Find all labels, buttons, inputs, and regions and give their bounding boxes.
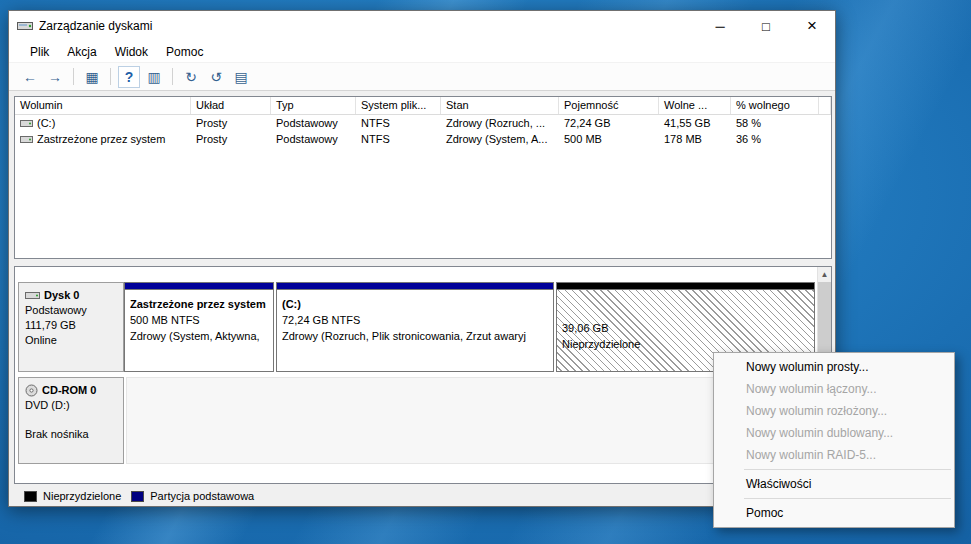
legend: Nieprzydzielone Partycja podstawowa	[14, 487, 832, 505]
desktop: Zarządzanie dyskami ─ □ × Plik Akcja Wid…	[0, 0, 971, 544]
partition-size: 500 MB NTFS	[130, 312, 268, 328]
partition-system-reserved[interactable]: Zastrzeżone przez system 500 MB NTFS Zdr…	[124, 282, 274, 372]
column-header-procent-wolnego[interactable]: % wolnego	[731, 97, 819, 114]
device-properties-icon[interactable]: ▤	[230, 66, 252, 88]
toolbar-separator	[73, 68, 74, 85]
column-header-wolne[interactable]: Wolne ...	[659, 97, 731, 114]
volume-free-pct: 36 %	[731, 133, 819, 145]
cdrom-label[interactable]: CD-ROM 0 DVD (D:) Brak nośnika	[18, 377, 124, 464]
toolbar: ← → ▦ ? ▥ ↻ ↺ ▤	[9, 63, 835, 91]
volume-list: Wolumin Układ Typ System plik... Stan Po…	[14, 96, 832, 259]
unallocated-size: 39,06 GB	[562, 320, 809, 336]
menu-widok[interactable]: Widok	[106, 43, 157, 61]
menu-plik[interactable]: Plik	[21, 43, 58, 61]
partition-status: Zdrowy (Rozruch, Plik stronicowania, Zrz…	[282, 328, 548, 344]
column-header-uklad[interactable]: Układ	[191, 97, 271, 114]
volume-type: Podstawowy	[271, 117, 356, 129]
volume-capacity: 72,24 GB	[559, 117, 659, 129]
menubar: Plik Akcja Widok Pomoc	[9, 41, 835, 63]
partition-status: Zdrowy (System, Aktywna,	[130, 328, 268, 344]
volume-row-system-reserved[interactable]: Zastrzeżone przez system Prosty Podstawo…	[15, 131, 831, 147]
volume-icon	[20, 118, 33, 129]
volume-icon	[20, 134, 33, 145]
volume-free-pct: 58 %	[731, 117, 819, 129]
menu-item-new-spanned-volume: Nowy wolumin łączony...	[714, 378, 954, 400]
column-header-pojemnosc[interactable]: Pojemność	[559, 97, 659, 114]
volume-name: Zastrzeżone przez system	[37, 133, 165, 145]
window-controls: ─ □ ×	[697, 11, 835, 41]
help-icon[interactable]: ?	[118, 66, 140, 88]
menu-item-new-simple-volume[interactable]: Nowy wolumin prosty...	[714, 356, 954, 378]
menu-item-new-mirrored-volume: Nowy wolumin dublowany...	[714, 422, 954, 444]
partition-c[interactable]: (C:) 72,24 GB NTFS Zdrowy (Rozruch, Plik…	[276, 282, 554, 372]
disk0-name: Dysk 0	[44, 288, 79, 303]
volume-row-c[interactable]: (C:) Prosty Podstawowy NTFS Zdrowy (Rozr…	[15, 115, 831, 131]
volume-list-header: Wolumin Układ Typ System plik... Stan Po…	[15, 97, 831, 115]
volume-free: 178 MB	[659, 133, 731, 145]
column-header-typ[interactable]: Typ	[271, 97, 356, 114]
primary-partition-swatch	[131, 491, 144, 502]
menu-pomoc[interactable]: Pomoc	[157, 43, 212, 61]
cdrom-media-area[interactable]	[126, 377, 815, 464]
menu-item-new-raid5-volume: Nowy wolumin RAID-5...	[714, 444, 954, 466]
legend-item-primary-partition: Partycja podstawowa	[131, 490, 254, 502]
partition-name: (C:)	[282, 296, 548, 312]
back-icon[interactable]: ←	[19, 66, 41, 88]
titlebar[interactable]: Zarządzanie dyskami ─ □ ×	[9, 11, 835, 41]
volume-free: 41,55 GB	[659, 117, 731, 129]
scroll-up-icon[interactable]: ▲	[818, 267, 831, 282]
show-console-tree-icon[interactable]: ▦	[81, 66, 103, 88]
rescan-disks-icon[interactable]: ↺	[205, 66, 227, 88]
unallocated-swatch	[24, 491, 37, 502]
volume-layout: Prosty	[191, 117, 271, 129]
context-menu: Nowy wolumin prosty... Nowy wolumin łącz…	[713, 352, 955, 528]
unallocated-label: Nieprzydzielone	[562, 336, 809, 352]
legend-label: Nieprzydzielone	[43, 490, 121, 502]
column-header-system-plikow[interactable]: System plik...	[356, 97, 441, 114]
legend-label: Partycja podstawowa	[150, 490, 254, 502]
toolbar-separator	[172, 68, 173, 85]
window-title: Zarządzanie dyskami	[39, 19, 152, 33]
refresh-icon[interactable]: ↻	[180, 66, 202, 88]
menu-item-properties[interactable]: Właściwości	[714, 473, 954, 495]
menu-separator	[744, 469, 951, 470]
menu-item-help[interactable]: Pomoc	[714, 502, 954, 524]
volume-status: Zdrowy (Rozruch, ...	[441, 117, 559, 129]
cdrom-name: CD-ROM 0	[42, 383, 96, 398]
volume-status: Zdrowy (System, A...	[441, 133, 559, 145]
volume-filesystem: NTFS	[356, 117, 441, 129]
disk0-type: Podstawowy	[25, 303, 117, 318]
disk-management-window: Zarządzanie dyskami ─ □ × Plik Akcja Wid…	[8, 10, 836, 507]
volume-name: (C:)	[37, 117, 55, 129]
menu-akcja[interactable]: Akcja	[58, 43, 105, 61]
disk0-size: 111,79 GB	[25, 318, 117, 333]
toolbar-separator	[110, 68, 111, 85]
column-header-stan[interactable]: Stan	[441, 97, 559, 114]
volume-type: Podstawowy	[271, 133, 356, 145]
legend-item-unallocated: Nieprzydzielone	[24, 490, 121, 502]
partition-size: 72,24 GB NTFS	[282, 312, 548, 328]
primary-partition-strip	[277, 283, 553, 290]
column-header-wolumin[interactable]: Wolumin	[15, 97, 191, 114]
show-action-pane-icon[interactable]: ▥	[143, 66, 165, 88]
minimize-button[interactable]: ─	[697, 11, 743, 41]
close-button[interactable]: ×	[789, 11, 835, 41]
cdrom-icon	[25, 384, 38, 397]
column-header-filler	[819, 97, 831, 114]
unallocated-strip	[557, 283, 814, 290]
disk-graph-panel: Dysk 0 Podstawowy 111,79 GB Online Zastr…	[14, 266, 832, 484]
primary-partition-strip	[125, 283, 273, 290]
partition-name: Zastrzeżone przez system	[130, 296, 268, 312]
disk-icon	[25, 290, 40, 301]
disk0-status: Online	[25, 333, 117, 348]
forward-icon[interactable]: →	[44, 66, 66, 88]
volume-capacity: 500 MB	[559, 133, 659, 145]
volume-layout: Prosty	[191, 133, 271, 145]
cdrom-drive: DVD (D:)	[25, 398, 117, 413]
menu-item-new-striped-volume: Nowy wolumin rozłożony...	[714, 400, 954, 422]
maximize-button[interactable]: □	[743, 11, 789, 41]
menu-separator	[744, 498, 951, 499]
disk0-label[interactable]: Dysk 0 Podstawowy 111,79 GB Online	[18, 282, 124, 372]
app-icon	[17, 19, 33, 33]
cdrom-status: Brak nośnika	[25, 427, 117, 442]
